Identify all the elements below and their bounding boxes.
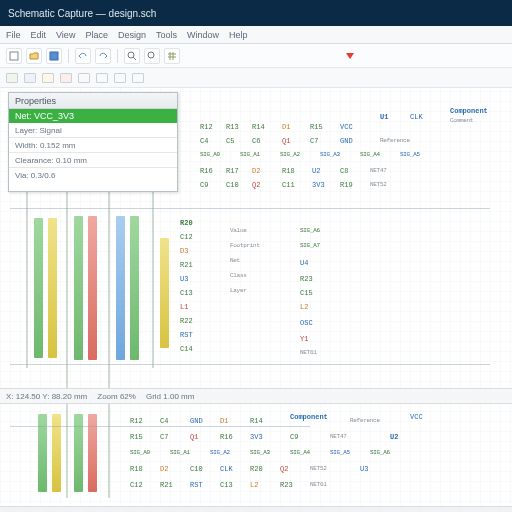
status-grid: Grid 1.00 mm xyxy=(146,392,194,401)
layer-chip[interactable] xyxy=(42,73,54,83)
ref-label: R19 xyxy=(340,182,353,189)
ref-label: Q2 xyxy=(280,466,288,473)
net-label: VCC xyxy=(410,414,423,421)
ic-label: U1 xyxy=(380,114,388,121)
sig-label: SIG_A4 xyxy=(360,152,380,158)
net-line xyxy=(10,364,490,365)
tool-save-button[interactable] xyxy=(46,48,62,64)
sig-label: SIG_A0 xyxy=(200,152,220,158)
menu-edit[interactable]: Edit xyxy=(31,30,47,40)
tool-zoom-out-button[interactable] xyxy=(144,48,160,64)
ref-label: C11 xyxy=(282,182,295,189)
sig-label: SIG_A5 xyxy=(400,152,420,158)
ic-label: U4 xyxy=(300,260,308,267)
ic-label: U3 xyxy=(180,276,188,283)
net-label: NET52 xyxy=(310,466,327,472)
layer-chip[interactable] xyxy=(60,73,72,83)
net-label: 3V3 xyxy=(250,434,263,441)
net-label: GND xyxy=(340,138,353,145)
sig-label: SIG_A6 xyxy=(370,450,390,456)
ref-label: R15 xyxy=(130,434,143,441)
field-label: Value xyxy=(230,228,247,234)
ref-label: C10 xyxy=(226,182,239,189)
tool-zoom-in-button[interactable] xyxy=(124,48,140,64)
ref-label: R13 xyxy=(226,124,239,131)
ref-label: R16 xyxy=(200,168,213,175)
svg-line-3 xyxy=(133,57,136,60)
panel-row: Via: 0.3/0.6 xyxy=(9,168,177,182)
ref-label: C7 xyxy=(310,138,318,145)
menu-tools[interactable]: Tools xyxy=(156,30,177,40)
sig-label: SIG_A3 xyxy=(320,152,340,158)
layer-chip[interactable] xyxy=(24,73,36,83)
ref-label: C15 xyxy=(300,290,313,297)
ref-label: R12 xyxy=(130,418,143,425)
menu-help[interactable]: Help xyxy=(229,30,248,40)
tool-new-button[interactable] xyxy=(6,48,22,64)
field-label: Net xyxy=(230,258,240,264)
ref-label: L2 xyxy=(250,482,258,489)
ref-label: D2 xyxy=(252,168,260,175)
sig-label: SIG_A2 xyxy=(210,450,230,456)
toolbar-separator xyxy=(117,49,118,63)
layer-chip[interactable] xyxy=(114,73,126,83)
comment-label: Component xyxy=(450,108,488,115)
net-line xyxy=(10,208,490,209)
ribbon-sub xyxy=(0,68,512,88)
ref-label: R22 xyxy=(180,318,193,325)
sig-label: SIG_A6 xyxy=(300,228,320,234)
sig-label: SIG_A4 xyxy=(290,450,310,456)
net-line xyxy=(10,426,310,427)
net-label: OSC xyxy=(300,320,313,327)
layer-chip[interactable] xyxy=(6,73,18,83)
ref-label: Reference xyxy=(350,418,380,424)
tool-grid-button[interactable] xyxy=(164,48,180,64)
status-zoom: Zoom 62% xyxy=(97,392,136,401)
ref-label: D1 xyxy=(220,418,228,425)
sig-label: SIG_A0 xyxy=(130,450,150,456)
tool-undo-button[interactable] xyxy=(75,48,91,64)
sig-label: SIG_A1 xyxy=(170,450,190,456)
ref-label: C14 xyxy=(180,346,193,353)
menu-view[interactable]: View xyxy=(56,30,75,40)
tool-open-button[interactable] xyxy=(26,48,42,64)
ref-label: C13 xyxy=(220,482,233,489)
net-label: RST xyxy=(180,332,193,339)
ref-label: Reference xyxy=(380,138,410,144)
ref-label: R23 xyxy=(300,276,313,283)
ref-label: C4 xyxy=(200,138,208,145)
net-column xyxy=(160,238,169,348)
panel-highlight: Net: VCC_3V3 xyxy=(9,109,177,123)
svg-rect-1 xyxy=(50,52,58,60)
ref-label: C12 xyxy=(130,482,143,489)
ref-label: L2 xyxy=(300,304,308,311)
panel-row: Width: 0.152 mm xyxy=(9,138,177,152)
menu-design[interactable]: Design xyxy=(118,30,146,40)
menu-file[interactable]: File xyxy=(6,30,21,40)
properties-panel[interactable]: Properties Net: VCC_3V3 Layer: Signal Wi… xyxy=(8,92,178,192)
menu-place[interactable]: Place xyxy=(85,30,108,40)
field-label: Footprint xyxy=(230,243,260,249)
ref-label: R14 xyxy=(250,418,263,425)
ref-label: C9 xyxy=(290,434,298,441)
ref-label: R18 xyxy=(282,168,295,175)
panel-title: Properties xyxy=(9,93,177,109)
ref-label: R14 xyxy=(252,124,265,131)
tool-redo-button[interactable] xyxy=(95,48,111,64)
ref-label: L1 xyxy=(180,304,188,311)
ref-label: D3 xyxy=(180,248,188,255)
net-label: GND xyxy=(190,418,203,425)
layer-chip[interactable] xyxy=(96,73,108,83)
ref-label: D1 xyxy=(282,124,290,131)
field-label: Layer xyxy=(230,288,247,294)
menu-window[interactable]: Window xyxy=(187,30,219,40)
status-bar: X: 124.50 Y: 88.20 mm Zoom 62% Grid 1.00… xyxy=(0,388,512,404)
layer-chip[interactable] xyxy=(78,73,90,83)
net-label: CLK xyxy=(410,114,423,121)
net-label: NET61 xyxy=(310,482,327,488)
sig-label: SIG_A2 xyxy=(280,152,300,158)
layer-chip[interactable] xyxy=(132,73,144,83)
toolbar xyxy=(0,44,512,68)
menu-bar: File Edit View Place Design Tools Window… xyxy=(0,26,512,44)
net-label: NET61 xyxy=(300,350,317,356)
